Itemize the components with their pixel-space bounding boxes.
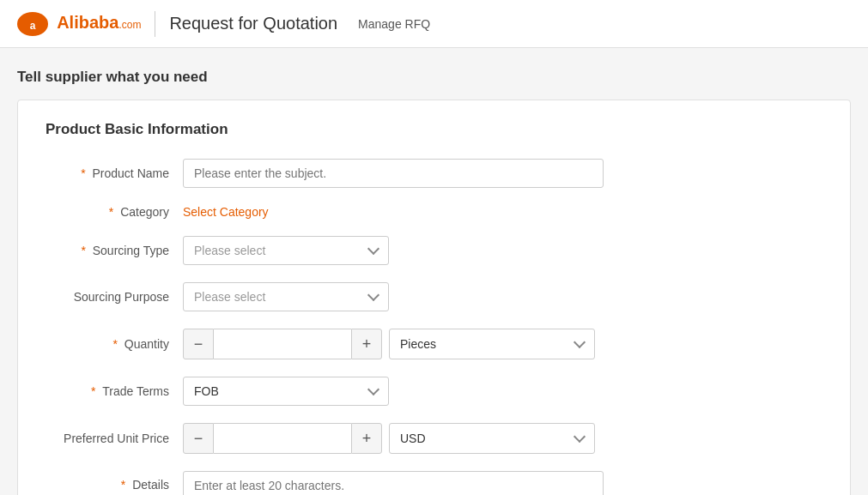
- sourcing-type-dropdown[interactable]: Please select: [183, 236, 389, 265]
- chevron-down-icon-tt: [367, 383, 379, 395]
- details-label: * Details: [46, 471, 183, 492]
- category-label: * Category: [46, 205, 183, 219]
- header-divider: [155, 11, 155, 37]
- required-star-qty: *: [113, 337, 118, 351]
- logo-area: a Alibaba.com: [17, 11, 141, 35]
- trade-terms-label: * Trade Terms: [46, 384, 183, 398]
- select-category-link[interactable]: Select Category: [183, 205, 269, 219]
- chevron-down-icon-price: [574, 431, 586, 443]
- price-minus-button[interactable]: −: [183, 423, 214, 454]
- chevron-down-icon-qty: [574, 336, 586, 348]
- alibaba-text: Alibaba: [57, 13, 118, 32]
- price-input[interactable]: [214, 423, 351, 454]
- sourcing-purpose-value: Please select: [194, 290, 265, 304]
- product-name-label: * Product Name: [46, 166, 183, 180]
- price-stepper-group: − + USD: [183, 423, 595, 454]
- price-plus-button[interactable]: +: [351, 423, 382, 454]
- trade-terms-row: * Trade Terms FOB: [46, 377, 822, 406]
- product-name-input[interactable]: [183, 159, 604, 188]
- product-basic-info-card: Product Basic Information * Product Name…: [17, 100, 851, 495]
- price-currency-dropdown[interactable]: USD: [389, 423, 595, 454]
- quantity-unit-dropdown[interactable]: Pieces: [389, 329, 595, 359]
- required-star-tt: *: [91, 384, 95, 398]
- manage-rfq-link[interactable]: Manage RFQ: [358, 17, 430, 31]
- quantity-plus-button[interactable]: +: [351, 329, 382, 359]
- trade-terms-value: FOB: [194, 384, 219, 398]
- sourcing-type-row: * Sourcing Type Please select: [46, 236, 822, 265]
- card-title: Product Basic Information: [46, 121, 822, 138]
- product-name-row: * Product Name: [46, 159, 822, 188]
- chevron-down-icon: [367, 243, 379, 255]
- price-currency-value: USD: [400, 432, 426, 445]
- category-row: * Category Select Category: [46, 205, 822, 219]
- quantity-stepper-group: − + Pieces: [183, 329, 595, 359]
- details-row: * Details: [46, 471, 822, 495]
- required-star-st: *: [81, 244, 85, 257]
- quantity-input[interactable]: [214, 329, 351, 359]
- preferred-unit-price-label: Preferred Unit Price: [46, 432, 183, 445]
- svg-text:a: a: [30, 20, 36, 32]
- sourcing-type-label: * Sourcing Type: [46, 244, 183, 257]
- sourcing-purpose-label: Sourcing Purpose: [46, 290, 183, 304]
- preferred-unit-price-row: Preferred Unit Price − + USD: [46, 423, 822, 454]
- sourcing-purpose-dropdown[interactable]: Please select: [183, 282, 389, 311]
- quantity-unit-value: Pieces: [400, 337, 436, 351]
- header: a Alibaba.com Request for Quotation Mana…: [0, 0, 868, 48]
- details-textarea[interactable]: [183, 471, 604, 495]
- sourcing-purpose-row: Sourcing Purpose Please select: [46, 282, 822, 311]
- quantity-minus-button[interactable]: −: [183, 329, 214, 359]
- page-title: Request for Quotation: [169, 14, 337, 33]
- alibaba-logo-icon: a: [17, 12, 48, 36]
- quantity-row: * Quantity − + Pieces: [46, 329, 822, 359]
- page-content: Tell supplier what you need Product Basi…: [0, 48, 868, 495]
- required-star-cat: *: [109, 205, 113, 219]
- trade-terms-dropdown[interactable]: FOB: [183, 377, 389, 406]
- page-subtitle: Tell supplier what you need: [17, 69, 851, 86]
- required-star-det: *: [121, 478, 125, 492]
- sourcing-type-value: Please select: [194, 244, 265, 257]
- alibaba-com: .com: [118, 19, 141, 31]
- required-star: *: [81, 166, 85, 180]
- chevron-down-icon-sp: [367, 289, 379, 301]
- quantity-label: * Quantity: [46, 337, 183, 351]
- alibaba-logo: a Alibaba.com: [17, 11, 141, 35]
